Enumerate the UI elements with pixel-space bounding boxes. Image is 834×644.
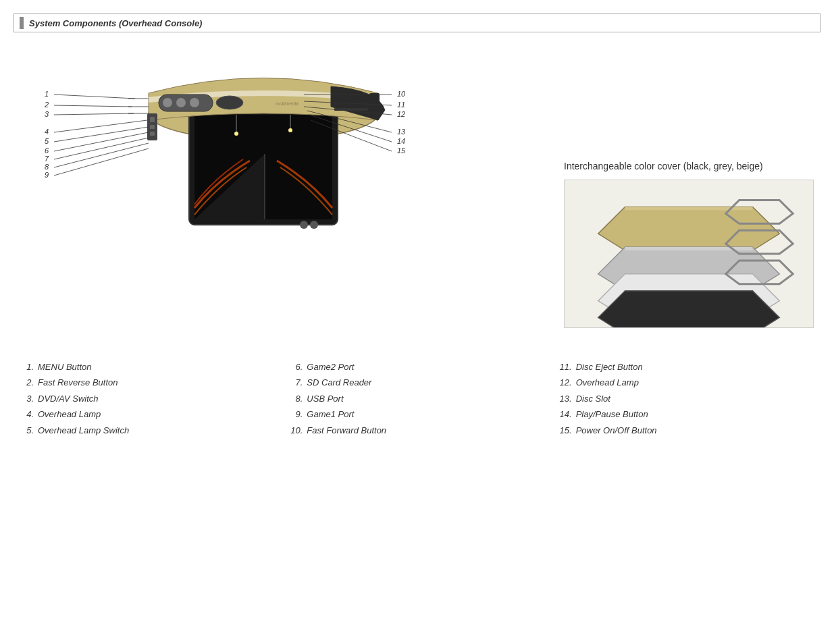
svg-point-12 — [176, 98, 186, 107]
list-item: 11.Disc Eject Button — [558, 359, 814, 375]
svg-line-34 — [54, 120, 147, 132]
svg-text:6: 6 — [45, 146, 49, 155]
svg-text:2: 2 — [44, 101, 49, 109]
list-item: 8.USB Port — [289, 391, 544, 406]
parts-column-1: 1.MENU Button 2.Fast Reverse Button 3.DV… — [14, 359, 282, 438]
svg-text:7: 7 — [45, 155, 49, 163]
list-item: 9.Game1 Port — [289, 406, 544, 422]
svg-point-26 — [300, 221, 308, 229]
parts-list-col2: 6.Game2 Port 7.SD Card Reader 8.USB Port… — [289, 359, 544, 438]
main-content: multimedia — [14, 53, 820, 339]
page-container: System Components (Overhead Console) — [0, 0, 834, 644]
parts-column-2: 6.Game2 Port 7.SD Card Reader 8.USB Port… — [282, 359, 551, 438]
parts-list-col1: 1.MENU Button 2.Fast Reverse Button 3.DV… — [20, 359, 276, 438]
svg-text:13: 13 — [397, 128, 406, 136]
svg-text:10: 10 — [397, 90, 406, 98]
list-item: 5.Overhead Lamp Switch — [20, 423, 276, 438]
parts-column-3: 11.Disc Eject Button 12.Overhead Lamp 13… — [552, 359, 820, 438]
covers-illustration — [565, 180, 813, 328]
svg-point-14 — [216, 96, 243, 109]
svg-text:9: 9 — [45, 171, 49, 179]
color-cover-image — [564, 180, 814, 328]
svg-line-28 — [54, 95, 135, 99]
svg-text:4: 4 — [45, 128, 49, 136]
parts-list: 1.MENU Button 2.Fast Reverse Button 3.DV… — [14, 359, 820, 438]
list-item: 1.MENU Button — [20, 359, 276, 375]
svg-rect-21 — [150, 117, 155, 122]
svg-text:14: 14 — [397, 137, 405, 145]
list-item: 6.Game2 Port — [289, 359, 544, 375]
parts-list-col3: 11.Disc Eject Button 12.Overhead Lamp 13… — [558, 359, 814, 438]
list-item: 10.Fast Forward Button — [289, 423, 544, 438]
diagram-area: multimedia — [14, 53, 550, 339]
svg-point-9 — [288, 128, 292, 132]
svg-line-30 — [54, 105, 132, 107]
svg-text:3: 3 — [45, 110, 49, 118]
list-item: 4.Overhead Lamp — [20, 406, 276, 422]
list-item: 2.Fast Reverse Button — [20, 375, 276, 390]
svg-line-36 — [54, 127, 149, 142]
svg-rect-23 — [150, 132, 155, 136]
svg-point-8 — [234, 132, 238, 136]
svg-text:multimedia: multimedia — [276, 101, 298, 106]
list-item: 12.Overhead Lamp — [558, 375, 814, 390]
header-bar-accent — [20, 17, 24, 29]
svg-point-13 — [190, 98, 199, 107]
svg-text:15: 15 — [397, 146, 406, 155]
svg-point-27 — [310, 221, 318, 229]
svg-point-11 — [163, 98, 172, 107]
svg-rect-25 — [334, 108, 368, 111]
svg-text:12: 12 — [397, 110, 405, 118]
svg-text:1: 1 — [45, 90, 49, 98]
svg-text:5: 5 — [45, 137, 49, 145]
svg-text:8: 8 — [45, 163, 49, 171]
list-item: 7.SD Card Reader — [289, 375, 544, 390]
svg-line-44 — [54, 149, 149, 176]
list-item: 15.Power On/Off Button — [558, 423, 814, 438]
svg-text:11: 11 — [397, 101, 405, 109]
svg-line-42 — [54, 143, 149, 167]
header-bar: System Components (Overhead Console) — [14, 14, 820, 32]
list-item: 3.DVD/AV Switch — [20, 391, 276, 406]
svg-rect-22 — [150, 125, 155, 129]
color-cover-title: Interchangeable color cover (black, grey… — [564, 161, 763, 171]
list-item: 14.Play/Pause Button — [558, 406, 814, 422]
right-panel: Interchangeable color cover (black, grey… — [564, 53, 820, 339]
overhead-console-diagram: multimedia — [14, 53, 446, 336]
list-item: 13.Disc Slot — [558, 391, 814, 406]
svg-line-32 — [54, 113, 134, 115]
header-title: System Components (Overhead Console) — [29, 18, 202, 28]
